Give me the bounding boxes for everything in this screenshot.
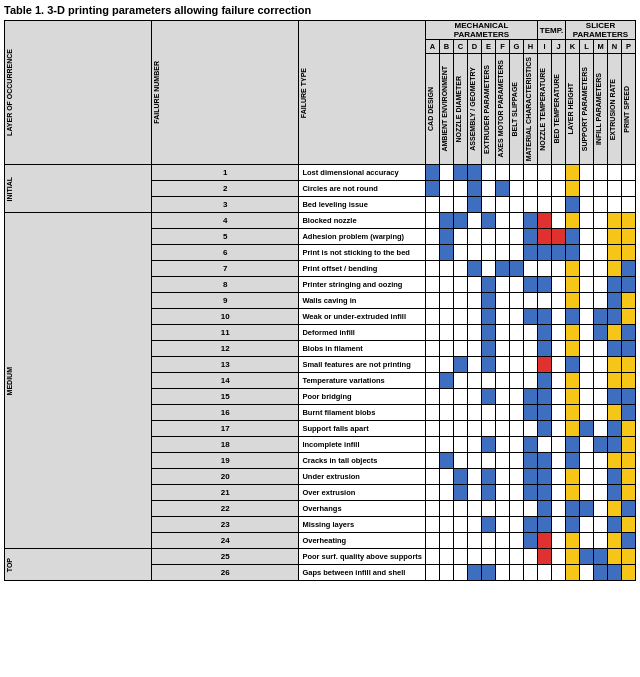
cell-21-E xyxy=(482,485,496,501)
cell-2-J xyxy=(552,181,566,197)
cell-17-B xyxy=(440,421,454,437)
cell-11-B xyxy=(440,325,454,341)
col-G-name: BELT SLIPPAGE xyxy=(510,54,524,165)
failure-number-cell: 19 xyxy=(152,453,299,469)
cell-9-M xyxy=(594,293,608,309)
cell-3-P xyxy=(622,197,636,213)
cell-11-H xyxy=(524,325,538,341)
failure-number-cell: 5 xyxy=(152,229,299,245)
cell-25-M xyxy=(594,549,608,565)
cell-24-A xyxy=(426,533,440,549)
cell-4-N xyxy=(608,213,622,229)
cell-3-L xyxy=(580,197,594,213)
col-I-name: NOZZLE TEMPERATURE xyxy=(538,54,552,165)
table-row: INITIAL1Lost dimensional accuracy xyxy=(5,165,636,181)
cell-23-L xyxy=(580,517,594,533)
cell-14-F xyxy=(496,373,510,389)
cell-2-E xyxy=(482,181,496,197)
failure-number-cell: 9 xyxy=(152,293,299,309)
cell-5-P xyxy=(622,229,636,245)
failure-number-cell: 14 xyxy=(152,373,299,389)
failure-label-cell: Incomplete infill xyxy=(299,437,426,453)
cell-19-A xyxy=(426,453,440,469)
cell-7-D xyxy=(468,261,482,277)
failure-type-header: FAILURE TYPE xyxy=(299,21,426,165)
cell-25-F xyxy=(496,549,510,565)
cell-14-B xyxy=(440,373,454,389)
cell-14-N xyxy=(608,373,622,389)
cell-22-D xyxy=(468,501,482,517)
cell-2-L xyxy=(580,181,594,197)
cell-17-L xyxy=(580,421,594,437)
cell-1-M xyxy=(594,165,608,181)
cell-9-G xyxy=(510,293,524,309)
cell-2-B xyxy=(440,181,454,197)
cell-21-D xyxy=(468,485,482,501)
cell-7-H xyxy=(524,261,538,277)
cell-15-M xyxy=(594,389,608,405)
col-M-name: INFILL PARAMETERS xyxy=(594,54,608,165)
cell-1-P xyxy=(622,165,636,181)
cell-24-K xyxy=(566,533,580,549)
cell-25-J xyxy=(552,549,566,565)
failure-number-cell: 8 xyxy=(152,277,299,293)
failure-label-cell: Deformed infill xyxy=(299,325,426,341)
cell-10-K xyxy=(566,309,580,325)
layer-occ-cell: MEDIUM xyxy=(5,213,152,549)
cell-19-E xyxy=(482,453,496,469)
cell-18-G xyxy=(510,437,524,453)
cell-18-D xyxy=(468,437,482,453)
cell-15-A xyxy=(426,389,440,405)
failure-number-cell: 1 xyxy=(152,165,299,181)
cell-15-I xyxy=(538,389,552,405)
cell-16-H xyxy=(524,405,538,421)
cell-4-B xyxy=(440,213,454,229)
cell-4-P xyxy=(622,213,636,229)
super-header-row: LAYER OF OCCURRENCE FAILURE NUMBER FAILU… xyxy=(5,21,636,40)
cell-13-P xyxy=(622,357,636,373)
cell-23-M xyxy=(594,517,608,533)
cell-3-F xyxy=(496,197,510,213)
cell-11-D xyxy=(468,325,482,341)
cell-5-N xyxy=(608,229,622,245)
cell-14-L xyxy=(580,373,594,389)
failure-label-cell: Gaps between infill and shell xyxy=(299,565,426,581)
cell-20-I xyxy=(538,469,552,485)
cell-13-F xyxy=(496,357,510,373)
cell-16-E xyxy=(482,405,496,421)
cell-8-C xyxy=(454,277,468,293)
cell-10-A xyxy=(426,309,440,325)
cell-20-L xyxy=(580,469,594,485)
cell-1-E xyxy=(482,165,496,181)
cell-15-N xyxy=(608,389,622,405)
cell-15-J xyxy=(552,389,566,405)
cell-19-I xyxy=(538,453,552,469)
cell-22-J xyxy=(552,501,566,517)
cell-18-A xyxy=(426,437,440,453)
cell-5-H xyxy=(524,229,538,245)
cell-8-I xyxy=(538,277,552,293)
cell-2-F xyxy=(496,181,510,197)
col-L-name: SUPPORT PARAMETERS xyxy=(580,54,594,165)
cell-7-M xyxy=(594,261,608,277)
cell-17-I xyxy=(538,421,552,437)
cell-26-P xyxy=(622,565,636,581)
col-G-letter: G xyxy=(510,40,524,54)
failure-number-cell: 10 xyxy=(152,309,299,325)
cell-10-F xyxy=(496,309,510,325)
failure-number-cell: 3 xyxy=(152,197,299,213)
cell-23-D xyxy=(468,517,482,533)
cell-23-P xyxy=(622,517,636,533)
cell-13-H xyxy=(524,357,538,373)
cell-18-N xyxy=(608,437,622,453)
cell-11-F xyxy=(496,325,510,341)
cell-18-H xyxy=(524,437,538,453)
cell-22-A xyxy=(426,501,440,517)
col-E-name: EXTRUDER PARAMETERS xyxy=(482,54,496,165)
cell-20-E xyxy=(482,469,496,485)
cell-25-H xyxy=(524,549,538,565)
cell-16-J xyxy=(552,405,566,421)
cell-3-E xyxy=(482,197,496,213)
cell-26-C xyxy=(454,565,468,581)
cell-20-M xyxy=(594,469,608,485)
